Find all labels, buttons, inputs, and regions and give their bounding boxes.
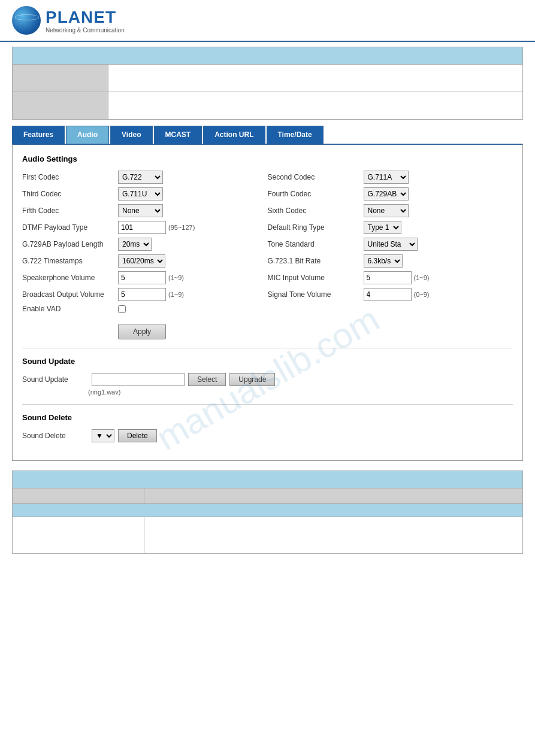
broadcast-vol-hint: (1~9) [168,291,184,298]
default-ring-label: Default Ring Type [268,223,364,232]
sound-delete-section: Sound Delete Sound Delete ▼ Delete [22,413,513,442]
g729ab-payload-label: G.729AB Payload Length [22,240,118,248]
g729ab-payload-row: G.729AB Payload Length 20ms 10ms 30ms [22,238,256,251]
logo-subtitle: Networking & Communication [46,27,125,34]
signal-tone-row: Signal Tone Volume (0~9) [268,288,501,301]
dtmf-payload-label: DTMF Payload Type [22,223,118,232]
g729ab-payload-select[interactable]: 20ms 10ms 30ms [118,238,152,251]
second-codec-select[interactable]: G.711A G.722 G.711U G.729AB None [364,171,409,184]
mic-input-row: MIC Input Volume (1~9) [268,271,501,284]
default-ring-select[interactable]: Type 1 Type 2 Type 3 [364,221,401,234]
mic-input-hint: (1~9) [414,274,430,281]
g722-timestamps-select[interactable]: 160/20ms 320/20ms [118,254,165,268]
second-codec-row: Second Codec G.711A G.722 G.711U G.729AB… [268,171,501,184]
logo-text-block: PLANET Networking & Communication [46,8,125,34]
fifth-codec-label: Fifth Codec [22,207,118,215]
audio-form-grid: First Codec G.722 G.711A G.711U G.729AB … [22,171,513,317]
g7231-bit-label: G.723.1 Bit Rate [268,257,364,265]
divider-2 [22,404,513,405]
logo-globe-icon [12,6,41,35]
signal-tone-hint: (0~9) [414,291,430,298]
tabs: Features Audio Video MCAST Action URL Ti… [12,126,523,144]
top-table-header [13,47,522,64]
sound-update-row: Sound Update Select Upgrade [22,373,513,386]
bottom-table-header [13,471,522,488]
sixth-codec-label: Sixth Codec [268,207,364,215]
bottom-table-blue-row [13,503,522,517]
signal-tone-label: Signal Tone Volume [268,290,364,299]
audio-form-left: First Codec G.722 G.711A G.711U G.729AB … [22,171,268,317]
g7231-bit-row: G.723.1 Bit Rate 6.3kb/s 5.3kb/s [268,254,501,268]
first-codec-select[interactable]: G.722 G.711A G.711U G.729AB None [118,171,163,184]
top-table-right-2 [108,92,522,119]
top-table-row-2 [13,92,522,119]
speakerphone-vol-hint: (1~9) [168,274,184,281]
sound-update-upgrade-button[interactable]: Upgrade [229,373,275,386]
third-codec-select[interactable]: G.711U G.722 G.711A G.729AB None [118,187,163,201]
tab-video[interactable]: Video [110,126,152,144]
sound-update-select-button[interactable]: Select [188,373,226,386]
dtmf-payload-hint: (95~127) [168,224,195,231]
bottom-table-data-left [13,517,144,553]
logo-title: PLANET [46,8,125,27]
fifth-codec-row: Fifth Codec None G.722 G.711A G.711U G.7… [22,204,256,217]
top-table-left-2 [13,92,108,119]
sound-update-input[interactable] [92,373,185,386]
sound-delete-row: Sound Delete ▼ Delete [22,429,513,442]
first-codec-row: First Codec G.722 G.711A G.711U G.729AB … [22,171,256,184]
bottom-table-sub-right [144,488,522,503]
g722-timestamps-label: G.722 Timestamps [22,257,118,265]
top-table-row-1 [13,64,522,92]
default-ring-row: Default Ring Type Type 1 Type 2 Type 3 [268,221,501,234]
logo: PLANET Networking & Communication [12,6,125,35]
second-codec-label: Second Codec [268,173,364,181]
apply-button[interactable]: Apply [118,324,166,339]
audio-settings-title: Audio Settings [22,154,513,163]
fifth-codec-select[interactable]: None G.722 G.711A G.711U G.729AB [118,204,163,217]
top-table-right-1 [108,65,522,92]
tone-standard-select[interactable]: United Sta China US [364,238,418,251]
dtmf-payload-row: DTMF Payload Type (95~127) [22,221,256,234]
sound-delete-button[interactable]: Delete [118,429,157,442]
speakerphone-vol-input[interactable] [118,271,166,284]
sound-delete-select[interactable]: ▼ [92,429,114,442]
mic-input-input[interactable] [364,271,412,284]
divider-1 [22,348,513,348]
fourth-codec-row: Fourth Codec G.729AB G.722 G.711A G.711U… [268,187,501,201]
speakerphone-vol-label: Speakerphone Volume [22,274,118,282]
bottom-table [12,470,523,554]
fourth-codec-select[interactable]: G.729AB G.722 G.711A G.711U None [364,187,409,201]
broadcast-vol-input[interactable] [118,288,166,301]
broadcast-vol-row: Broadcast Output Volume (1~9) [22,288,256,301]
top-table-left-1 [13,65,108,92]
bottom-table-data-row [13,517,522,553]
mic-input-label: MIC Input Volume [268,274,364,282]
third-codec-row: Third Codec G.711U G.722 G.711A G.729AB … [22,187,256,201]
third-codec-label: Third Codec [22,190,118,198]
tab-action-url[interactable]: Action URL [203,126,265,144]
tone-standard-label: Tone Standard [268,240,364,248]
sound-update-title: Sound Update [22,357,513,366]
tab-time-date[interactable]: Time/Date [267,126,324,144]
sound-update-hint: (ring1.wav) [88,388,513,396]
dtmf-payload-input[interactable] [118,221,166,234]
main-content: Features Audio Video MCAST Action URL Ti… [12,126,523,461]
g7231-bit-select[interactable]: 6.3kb/s 5.3kb/s [364,254,403,268]
g722-timestamps-row: G.722 Timestamps 160/20ms 320/20ms [22,254,256,268]
sixth-codec-select[interactable]: None G.722 G.711A G.711U G.729AB [364,204,409,217]
fourth-codec-label: Fourth Codec [268,190,364,198]
tone-standard-row: Tone Standard United Sta China US [268,238,501,251]
tab-content: Audio Settings First Codec G.722 G.711A … [12,144,523,461]
sound-delete-title: Sound Delete [22,413,513,422]
speakerphone-vol-row: Speakerphone Volume (1~9) [22,271,256,284]
tab-features[interactable]: Features [12,126,65,144]
top-table [12,47,523,120]
signal-tone-input[interactable] [364,288,412,301]
tab-audio[interactable]: Audio [66,126,109,144]
bottom-table-data-right [144,517,522,553]
enable-vad-row: Enable VAD [22,305,256,313]
enable-vad-label: Enable VAD [22,305,118,313]
enable-vad-checkbox[interactable] [118,305,126,313]
first-codec-label: First Codec [22,173,118,181]
tab-mcast[interactable]: MCAST [154,126,202,144]
